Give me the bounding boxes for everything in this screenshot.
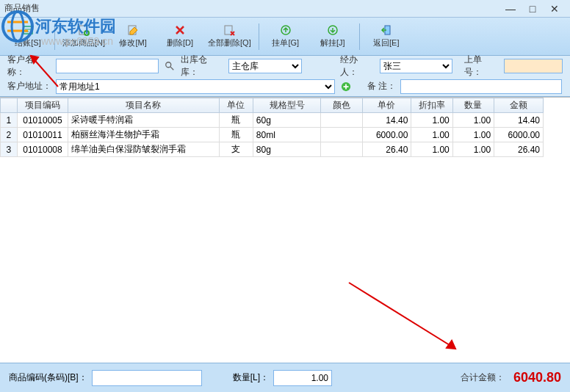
- qty-input[interactable]: [273, 370, 332, 386]
- toolbar-label: 修改[M]: [119, 37, 146, 48]
- col-color[interactable]: 颜色: [321, 98, 362, 113]
- cell-amount: 14.40: [494, 113, 544, 128]
- search-button[interactable]: [163, 59, 176, 73]
- delete-icon: [174, 24, 186, 36]
- cell-price: 14.40: [362, 113, 411, 128]
- add-address-button[interactable]: [339, 80, 353, 93]
- table-row[interactable]: 101010005采诗暖手特润霜瓶60g14.401.001.0014.40: [1, 113, 544, 128]
- row-number: 3: [1, 142, 18, 157]
- remark-label: 备 注：: [367, 80, 396, 92]
- table-row[interactable]: 201010011柏丽丝海洋生物护手霜瓶80ml6000.001.001.006…: [1, 128, 544, 142]
- cell-code: 01010008: [17, 142, 68, 157]
- cell-discount: 1.00: [411, 128, 452, 142]
- barcode-input[interactable]: [92, 370, 202, 386]
- col-qty[interactable]: 数量: [452, 98, 494, 113]
- cell-amount: 6000.00: [494, 128, 544, 142]
- cell-price: 6000.00: [362, 128, 411, 142]
- prev-order-input[interactable]: [504, 59, 563, 73]
- customer-addr-select[interactable]: 常用地址1: [56, 79, 335, 94]
- col-price[interactable]: 单价: [362, 98, 411, 113]
- edit-button[interactable]: 修改[M]: [111, 20, 155, 54]
- row-number: 2: [1, 128, 18, 142]
- col-discount[interactable]: 折扣率: [411, 98, 452, 113]
- plus-icon: [341, 81, 351, 92]
- row-number: 1: [1, 113, 18, 128]
- cell-name: 绵羊油美白保湿防皱裂润手霜: [68, 142, 219, 157]
- col-unit[interactable]: 单位: [219, 98, 253, 113]
- toolbar-label: 结账[S]: [15, 37, 40, 48]
- col-code[interactable]: 项目编码: [17, 98, 68, 113]
- cell-code: 01010011: [17, 128, 68, 142]
- minimize-button[interactable]: —: [499, 3, 522, 15]
- cell-qty: 1.00: [452, 128, 494, 142]
- bottom-bar: 商品编码(条码)[B]： 数量[L]： 合计金额： 6040.80: [0, 363, 570, 392]
- cell-color: [321, 142, 362, 157]
- table-row[interactable]: 301010008绵羊油美白保湿防皱裂润手霜支80g26.401.001.002…: [1, 142, 544, 157]
- checkout-button[interactable]: 结账[S]: [6, 20, 50, 54]
- toolbar: 结账[S] 添加商品[N] 修改[M] 删除[D] 全部删除[Q] 挂单[G] …: [0, 18, 570, 56]
- hold-order-button[interactable]: 挂单[G]: [264, 20, 308, 54]
- annotation-arrow-2: [345, 279, 470, 362]
- maximize-button[interactable]: □: [522, 3, 544, 15]
- toolbar-label: 删除[D]: [167, 37, 193, 48]
- separator: [54, 23, 55, 50]
- cell-unit: 瓶: [219, 128, 253, 142]
- qty-label: 数量[L]：: [233, 371, 269, 384]
- separator: [359, 23, 360, 50]
- edit-icon: [127, 24, 139, 36]
- col-name[interactable]: 项目名称: [68, 98, 219, 113]
- separator: [259, 23, 259, 50]
- search-icon: [165, 61, 175, 71]
- data-grid: 项目编码 项目名称 单位 规格型号 颜色 单价 折扣率 数量 金额 101010…: [0, 97, 570, 157]
- close-button[interactable]: ✕: [544, 3, 566, 15]
- warehouse-select[interactable]: 主仓库: [228, 59, 302, 73]
- cell-amount: 26.40: [494, 142, 544, 157]
- delete-button[interactable]: 删除[D]: [158, 20, 202, 54]
- toolbar-label: 全部删除[Q]: [208, 37, 251, 48]
- table-header-row: 项目编码 项目名称 单位 规格型号 颜色 单价 折扣率 数量 金额: [1, 98, 544, 113]
- operator-label: 经办人：: [340, 54, 375, 79]
- add-product-button[interactable]: 添加商品[N]: [59, 20, 108, 54]
- cell-discount: 1.00: [411, 142, 452, 157]
- window-title: 商品销售: [4, 2, 499, 15]
- cell-name: 采诗暖手特润霜: [68, 113, 219, 128]
- checkout-icon: [22, 24, 34, 36]
- add-icon: [78, 24, 90, 36]
- release-order-button[interactable]: 解挂[J]: [311, 20, 355, 54]
- col-amount[interactable]: 金额: [494, 98, 544, 113]
- prev-order-label: 上单号：: [464, 54, 499, 79]
- customer-name-input[interactable]: [56, 59, 159, 73]
- cell-color: [321, 128, 362, 142]
- cell-spec: 80g: [253, 142, 320, 157]
- svg-rect-4: [225, 26, 232, 35]
- total-value: 6040.80: [513, 370, 561, 385]
- svg-rect-0: [24, 26, 32, 34]
- customer-name-label: 客户名称：: [7, 54, 51, 79]
- toolbar-label: 解挂[J]: [320, 37, 345, 48]
- cell-spec: 60g: [253, 113, 320, 128]
- release-icon: [327, 24, 339, 36]
- cell-price: 26.40: [362, 142, 411, 157]
- delete-all-button[interactable]: 全部删除[Q]: [205, 20, 254, 54]
- cell-name: 柏丽丝海洋生物护手霜: [68, 128, 219, 142]
- remark-input[interactable]: [400, 79, 562, 94]
- toolbar-label: 挂单[G]: [272, 37, 299, 48]
- return-button[interactable]: 返回[E]: [364, 20, 408, 54]
- cell-qty: 1.00: [452, 113, 494, 128]
- cell-code: 01010005: [17, 113, 68, 128]
- rownum-header: [1, 98, 18, 113]
- cell-unit: 支: [219, 142, 253, 157]
- cell-qty: 1.00: [452, 142, 494, 157]
- hold-icon: [280, 24, 292, 36]
- warehouse-label: 出库仓库：: [181, 54, 225, 79]
- svg-line-14: [349, 283, 455, 349]
- operator-select[interactable]: 张三: [380, 59, 453, 73]
- cell-spec: 80ml: [253, 128, 320, 142]
- col-spec[interactable]: 规格型号: [253, 98, 320, 113]
- titlebar: 商品销售 — □ ✕: [0, 0, 570, 18]
- form-row-2: 客户地址： 常用地址1 备 注：: [0, 76, 570, 97]
- toolbar-label: 添加商品[N]: [62, 37, 105, 48]
- toolbar-label: 返回[E]: [373, 37, 399, 48]
- svg-point-8: [165, 62, 170, 68]
- delete-all-icon: [223, 24, 235, 36]
